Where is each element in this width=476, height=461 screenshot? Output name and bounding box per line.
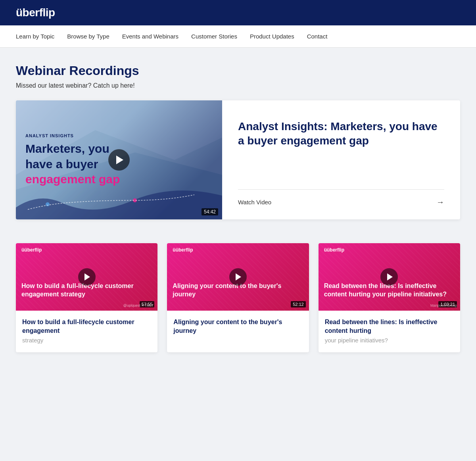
card-2-play-button[interactable] — [229, 268, 247, 286]
top-header: überflip — [0, 0, 476, 25]
featured-thumbnail: ANALYST INSIGHTS Marketers, you have a b… — [16, 100, 222, 219]
nav-item-events[interactable]: Events and Webinars — [122, 33, 178, 40]
nav-item-product-updates[interactable]: Product Updates — [250, 33, 294, 40]
page-subtitle: Missed our latest webinar? Catch up here… — [16, 82, 460, 89]
card-3-body: Read between the lines: Is ineffective c… — [319, 311, 460, 352]
nav-item-customer-stories[interactable]: Customer Stories — [191, 33, 237, 40]
nav-item-learn-by-topic[interactable]: Learn by Topic — [16, 33, 54, 40]
card-1-subtitle: strategy — [22, 336, 151, 344]
card-3-logo: üüberflip — [324, 247, 344, 253]
cards-grid: üüberflip How to build a full-lifecycle … — [16, 243, 460, 352]
card-1-play-button[interactable] — [78, 268, 96, 286]
card-1-thumbnail[interactable]: üüberflip How to build a full-lifecycle … — [16, 243, 157, 311]
featured-card: ANALYST INSIGHTS Marketers, you have a b… — [16, 100, 460, 219]
nav-item-browse-by-type[interactable]: Browse by Type — [67, 33, 109, 40]
card-3-thumbnail[interactable]: üüberflip Read between the lines: Is ine… — [319, 243, 460, 311]
card-2: üüberflip Aligning your content to the b… — [167, 243, 309, 352]
card-1: üüberflip How to build a full-lifecycle … — [16, 243, 157, 352]
card-3-title: Read between the lines: Is ineffective c… — [325, 318, 454, 335]
card-1-logo: üüberflip — [21, 247, 42, 253]
nav-bar: Learn by Topic Browse by Type Events and… — [0, 25, 476, 48]
card-2-logo: üüberflip — [173, 247, 193, 253]
hero-section: Webinar Recordings Missed our latest web… — [0, 48, 476, 243]
card-2-duration: 52:12 — [291, 301, 306, 307]
card-3: üüberflip Read between the lines: Is ine… — [319, 243, 460, 352]
card-1-partner: @uplquest ✕TMLT — [123, 303, 154, 307]
watch-label: Watch Video — [238, 199, 271, 206]
card-1-body: How to build a full-lifecycle customer e… — [16, 311, 157, 352]
card-3-subtitle: your pipeline initiatives? — [325, 336, 454, 344]
card-3-partner: ManpowerGroup — [430, 303, 457, 307]
featured-duration: 54:42 — [202, 208, 218, 215]
card-1-title: How to build a full-lifecycle customer e… — [22, 318, 151, 335]
watch-video-link[interactable]: Watch Video → — [238, 189, 444, 207]
featured-title: Analyst Insights: Marketers, you have a … — [238, 119, 444, 148]
featured-info: Analyst Insights: Marketers, you have a … — [222, 100, 460, 219]
card-2-title: Aligning your content to the buyer's jou… — [173, 318, 302, 335]
thumbnail-label: ANALYST INSIGHTS — [25, 133, 213, 138]
page-title: Webinar Recordings — [16, 63, 460, 78]
card-3-play-button[interactable] — [380, 268, 398, 286]
logo[interactable]: überflip — [16, 6, 55, 19]
nav-item-contact[interactable]: Contact — [307, 33, 328, 40]
cards-section: üüberflip How to build a full-lifecycle … — [0, 243, 476, 368]
svg-point-3 — [46, 202, 50, 206]
arrow-icon: → — [436, 198, 444, 207]
card-2-thumbnail[interactable]: üüberflip Aligning your content to the b… — [167, 243, 309, 311]
card-2-body: Aligning your content to the buyer's jou… — [167, 311, 309, 344]
featured-play-button[interactable] — [108, 149, 130, 171]
